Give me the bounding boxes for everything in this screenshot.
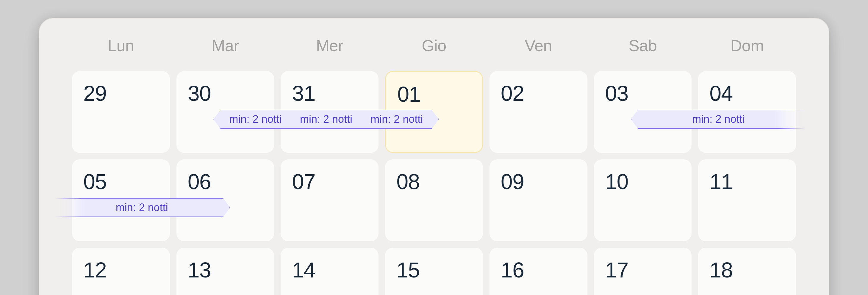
day-number: 10: [605, 169, 681, 194]
weekday-wed: Mer: [281, 36, 378, 55]
weekday-header-row: Lun Mar Mer Gio Ven Sab Dom: [72, 36, 796, 55]
day-cell[interactable]: 05: [72, 159, 170, 241]
day-cell[interactable]: 02: [490, 71, 587, 153]
day-number: 07: [292, 169, 367, 194]
day-number: 03: [605, 81, 681, 105]
day-number: 04: [709, 81, 785, 105]
day-cell[interactable]: 13: [177, 248, 274, 295]
day-number: 06: [188, 169, 263, 194]
weekday-sun: Dom: [698, 36, 796, 55]
day-number: 30: [188, 81, 263, 105]
calendar-grid: 2930310102030405060708091011121314151617…: [72, 71, 796, 295]
day-cell[interactable]: 11: [698, 159, 796, 241]
day-cell[interactable]: 03: [594, 71, 692, 153]
day-cell[interactable]: 10: [594, 159, 692, 241]
weekday-sat: Sab: [594, 36, 692, 55]
day-number: 16: [501, 258, 576, 282]
day-number: 05: [83, 169, 159, 194]
day-number: 02: [501, 81, 576, 105]
day-cell[interactable]: 06: [177, 159, 274, 241]
day-number: 15: [396, 258, 472, 282]
day-cell[interactable]: 07: [281, 159, 378, 241]
calendar-card: Lun Mar Mer Gio Ven Sab Dom 293031010203…: [39, 18, 829, 295]
day-number: 11: [709, 169, 785, 194]
day-cell[interactable]: 29: [72, 71, 170, 153]
day-number: 12: [83, 258, 159, 282]
day-cell[interactable]: 17: [594, 248, 692, 295]
weekday-tue: Mar: [177, 36, 274, 55]
day-number: 31: [292, 81, 367, 105]
day-cell[interactable]: 12: [72, 248, 170, 295]
day-cell[interactable]: 09: [490, 159, 587, 241]
weekday-mon: Lun: [72, 36, 170, 55]
day-cell[interactable]: 30: [177, 71, 274, 153]
day-number: 14: [292, 258, 367, 282]
day-number: 08: [396, 169, 472, 194]
day-cell[interactable]: 14: [281, 248, 378, 295]
day-number: 18: [709, 258, 785, 282]
day-cell[interactable]: 04: [698, 71, 796, 153]
day-cell[interactable]: 01: [385, 71, 483, 153]
day-cell[interactable]: 18: [698, 248, 796, 295]
day-number: 29: [83, 81, 159, 105]
day-cell[interactable]: 15: [385, 248, 483, 295]
day-number: 09: [501, 169, 576, 194]
day-number: 01: [397, 82, 471, 106]
day-cell[interactable]: 08: [385, 159, 483, 241]
weekday-thu: Gio: [385, 36, 483, 55]
day-cell[interactable]: 31: [281, 71, 378, 153]
day-cell[interactable]: 16: [490, 248, 587, 295]
day-number: 17: [605, 258, 681, 282]
day-number: 13: [188, 258, 263, 282]
weekday-fri: Ven: [490, 36, 587, 55]
